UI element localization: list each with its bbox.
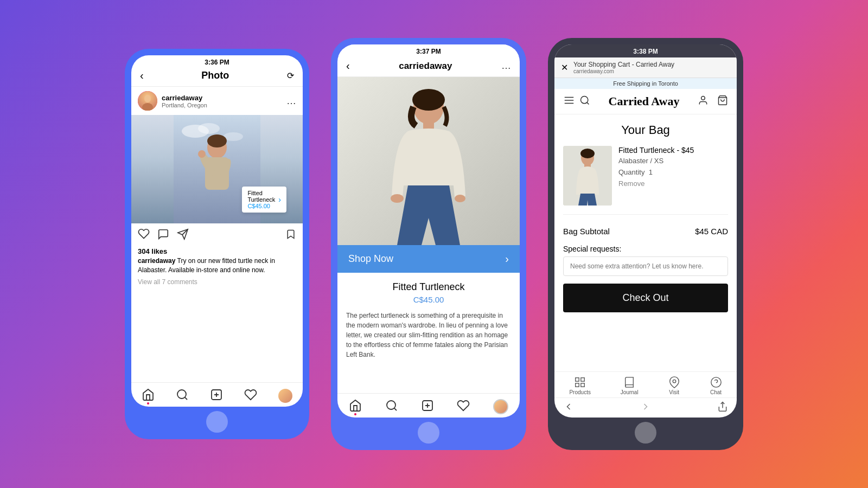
cart-menu-icon[interactable] bbox=[563, 94, 575, 108]
nav-products-label: Products bbox=[569, 389, 590, 395]
cart-nav: Carried Away bbox=[554, 89, 737, 114]
special-requests-input[interactable] bbox=[563, 256, 728, 276]
back-icon-2[interactable]: ‹ bbox=[346, 60, 350, 72]
cart-item-details: Fitted Turtleneck - $45 Alabaster / XS Q… bbox=[618, 146, 728, 206]
shop-nav-globe-icon[interactable] bbox=[493, 399, 508, 414]
tag-arrow-icon: › bbox=[278, 195, 281, 204]
nav-search-icon[interactable] bbox=[176, 388, 189, 403]
ig-bottom-nav bbox=[131, 382, 303, 407]
home-button-1[interactable] bbox=[206, 411, 228, 433]
refresh-icon[interactable]: ⟳ bbox=[287, 70, 294, 81]
home-button-3[interactable] bbox=[635, 422, 656, 444]
ig-caption: carriedaway Try on our new fitted turtle… bbox=[131, 255, 303, 277]
svg-rect-46 bbox=[581, 383, 584, 387]
shop-product-info: Fitted Turtleneck C$45.00 The perfect tu… bbox=[337, 273, 520, 393]
shopping-screen: 3:37 PM ‹ carriedaway … bbox=[337, 44, 520, 418]
ig-actions-left bbox=[138, 228, 189, 243]
phone-3-cart: 3:38 PM ✕ Your Shopping Cart - Carried A… bbox=[548, 38, 743, 450]
svg-point-15 bbox=[177, 390, 186, 399]
more-options-icon-2[interactable]: … bbox=[501, 60, 511, 72]
product-image-svg bbox=[337, 77, 520, 245]
browser-back-icon[interactable] bbox=[563, 401, 574, 414]
ig-header: ‹ Photo ⟳ bbox=[131, 67, 303, 87]
cart-item-remove[interactable]: Remove bbox=[618, 179, 728, 188]
svg-line-16 bbox=[185, 397, 187, 400]
ig-post-image: Fitted Turtleneck C$45.00 › bbox=[131, 115, 303, 223]
svg-point-48 bbox=[673, 380, 676, 383]
nav-heart-icon[interactable] bbox=[244, 388, 257, 403]
cart-bag-icon[interactable] bbox=[717, 95, 728, 108]
home-button-2[interactable] bbox=[418, 422, 439, 444]
nav-products[interactable]: Products bbox=[569, 376, 590, 395]
cart-item-image bbox=[563, 146, 612, 206]
shop-product-image bbox=[337, 77, 520, 245]
browser-forward-icon[interactable] bbox=[640, 401, 651, 414]
cart-item-name: Fitted Turtleneck - $45 bbox=[618, 146, 728, 155]
svg-rect-47 bbox=[576, 383, 579, 387]
shop-product-price: C$45.00 bbox=[346, 295, 511, 304]
ig-username[interactable]: carriedaway bbox=[162, 94, 207, 102]
nav-visit[interactable]: Visit bbox=[668, 376, 680, 395]
svg-point-26 bbox=[455, 195, 465, 202]
ig-caption-username[interactable]: carriedaway bbox=[138, 257, 175, 265]
ig-user-info: carriedaway Portland, Oregon bbox=[162, 94, 207, 108]
svg-point-8 bbox=[207, 134, 227, 147]
cart-item-quantity: Quantity 1 bbox=[618, 168, 728, 176]
share-icon[interactable] bbox=[177, 228, 189, 242]
svg-point-37 bbox=[701, 97, 705, 100]
svg-rect-44 bbox=[576, 378, 579, 381]
nav-visit-label: Visit bbox=[669, 389, 679, 395]
nav-profile-icon[interactable] bbox=[278, 389, 292, 403]
shop-nav-search-icon[interactable] bbox=[385, 399, 398, 414]
svg-point-22 bbox=[412, 89, 445, 111]
cart-special-label: Special requests: bbox=[563, 245, 728, 253]
nav-chat-label: Chat bbox=[710, 389, 722, 395]
shop-bottom-nav bbox=[337, 393, 520, 418]
browser-share-icon[interactable] bbox=[717, 401, 728, 414]
ig-location: Portland, Oregon bbox=[162, 102, 207, 108]
svg-line-36 bbox=[587, 102, 589, 105]
browser-status-bar: 3:38 PM bbox=[554, 44, 737, 57]
nav-journal[interactable]: Journal bbox=[621, 376, 639, 395]
svg-point-27 bbox=[387, 401, 395, 409]
shop-nav-heart-icon[interactable] bbox=[457, 399, 470, 414]
svg-rect-45 bbox=[581, 378, 584, 381]
svg-line-28 bbox=[394, 408, 396, 410]
back-icon[interactable]: ‹ bbox=[140, 69, 144, 82]
nav-chat[interactable]: Chat bbox=[710, 376, 722, 395]
shop-profile-name[interactable]: carriedaway bbox=[399, 61, 452, 72]
checkout-button[interactable]: Check Out bbox=[563, 284, 728, 312]
cart-search-icon[interactable] bbox=[579, 95, 590, 108]
bookmark-icon[interactable] bbox=[285, 228, 296, 242]
cart-special-requests: Special requests: bbox=[563, 245, 728, 276]
svg-point-12 bbox=[198, 150, 206, 158]
ig-product-tag[interactable]: Fitted Turtleneck C$45.00 › bbox=[242, 187, 286, 213]
svg-point-25 bbox=[391, 194, 404, 203]
cart-item-variant: Alabaster / XS bbox=[618, 157, 728, 165]
ig-tag-text: Fitted Turtleneck C$45.00 bbox=[247, 190, 275, 209]
shop-now-button[interactable]: Shop Now › bbox=[337, 245, 520, 273]
shop-product-name: Fitted Turtleneck bbox=[346, 281, 511, 293]
comment-icon[interactable] bbox=[157, 228, 169, 243]
cart-subtotal-label: Bag Subtotal bbox=[563, 227, 610, 236]
shop-nav-home-icon[interactable] bbox=[349, 399, 362, 414]
nav-home-icon[interactable] bbox=[142, 388, 155, 403]
browser-close-icon[interactable]: ✕ bbox=[561, 62, 568, 73]
shop-nav-add-icon[interactable] bbox=[421, 399, 434, 414]
cart-user-icon[interactable] bbox=[698, 95, 709, 108]
ig-likes: 304 likes bbox=[131, 247, 303, 255]
heart-icon[interactable] bbox=[138, 228, 150, 243]
cart-logo[interactable]: Carried Away bbox=[590, 94, 698, 108]
ig-view-comments[interactable]: View all 7 comments bbox=[131, 277, 303, 287]
browser-url-domain: carriedaway.com bbox=[573, 68, 730, 74]
more-options-icon[interactable]: … bbox=[286, 95, 296, 107]
phone-2-shopping: 3:37 PM ‹ carriedaway … bbox=[331, 38, 526, 450]
cart-bottom-nav: Products Journal Visit Chat bbox=[554, 371, 737, 397]
status-bar-1: 3:36 PM bbox=[131, 55, 303, 67]
nav-add-icon[interactable] bbox=[210, 388, 223, 403]
ig-user-row: carriedaway Portland, Oregon bbox=[138, 91, 207, 111]
nav-journal-label: Journal bbox=[621, 389, 639, 395]
avatar bbox=[138, 91, 157, 111]
arrow-right-icon: › bbox=[505, 253, 509, 265]
status-bar-2: 3:37 PM bbox=[337, 44, 520, 56]
